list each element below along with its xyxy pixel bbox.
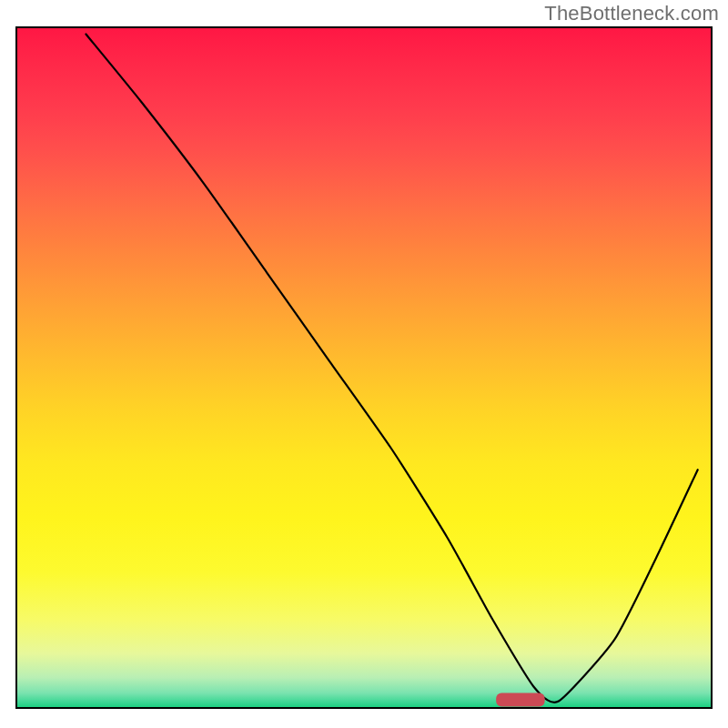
gradient-background — [0, 0, 728, 728]
svg-rect-0 — [16, 27, 712, 708]
watermark-label: TheBottleneck.com — [544, 2, 719, 25]
chart-canvas: TheBottleneck.com — [0, 0, 728, 728]
